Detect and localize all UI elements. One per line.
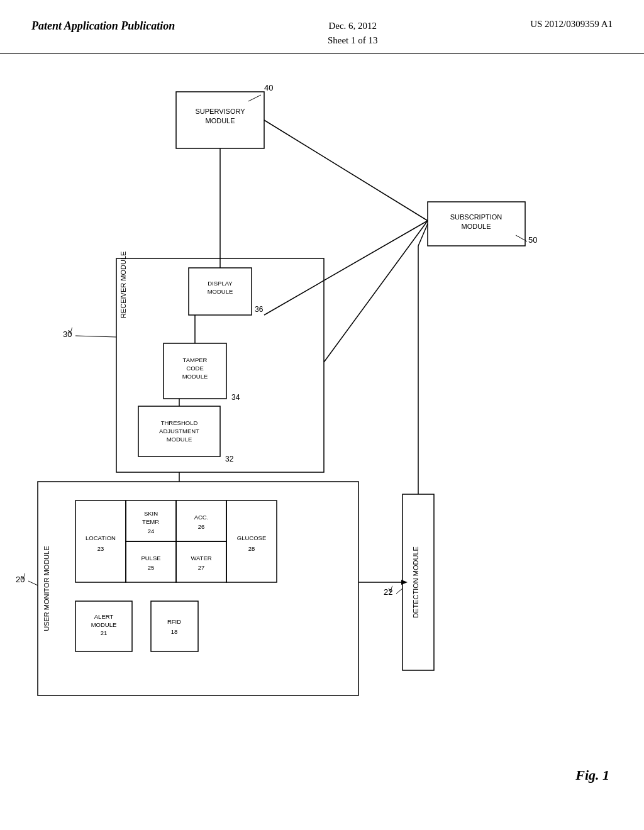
svg-text:MODULE: MODULE [182, 373, 208, 380]
svg-line-70 [324, 221, 428, 362]
svg-text:DISPLAY: DISPLAY [208, 280, 233, 287]
svg-text:ALERT: ALERT [94, 613, 114, 620]
svg-text:23: 23 [97, 545, 104, 552]
svg-text:MODULE: MODULE [461, 223, 491, 230]
svg-rect-50 [126, 541, 176, 582]
publication-date: Dec. 6, 2012 [328, 21, 377, 31]
svg-text:THRESHOLD: THRESHOLD [161, 419, 198, 426]
svg-rect-43 [75, 501, 126, 582]
svg-text:32: 32 [225, 455, 234, 463]
header-date-sheet: Dec. 6, 2012 Sheet 1 of 13 [328, 19, 378, 47]
svg-text:21: 21 [101, 629, 108, 636]
diagram-area: SUPERVISORY MODULE 40 SUBSCRIPTION MODUL… [0, 54, 644, 809]
svg-text:ADJUSTMENT: ADJUSTMENT [159, 428, 199, 434]
svg-text:RFID: RFID [167, 618, 181, 625]
svg-text:27: 27 [198, 564, 205, 571]
svg-text:√: √ [21, 572, 26, 582]
svg-rect-53 [176, 501, 226, 541]
svg-text:SKIN: SKIN [144, 510, 158, 517]
page-header: Patent Application Publication Dec. 6, 2… [0, 0, 644, 54]
svg-text:√: √ [68, 326, 73, 336]
svg-line-9 [264, 120, 428, 221]
svg-text:25: 25 [148, 564, 155, 571]
svg-text:40: 40 [264, 83, 273, 92]
svg-text:18: 18 [171, 628, 178, 635]
svg-text:TEMP.: TEMP. [142, 518, 160, 525]
svg-rect-59 [226, 501, 277, 582]
svg-text:24: 24 [148, 528, 155, 534]
svg-text:MODULE: MODULE [205, 117, 235, 124]
svg-marker-67 [401, 580, 408, 585]
svg-text:CODE: CODE [186, 365, 203, 372]
patent-number: US 2012/0309359 A1 [530, 19, 613, 30]
svg-text:ACC.: ACC. [194, 514, 209, 521]
svg-text:50: 50 [528, 235, 537, 245]
svg-text:26: 26 [198, 523, 205, 530]
svg-text:TAMPER: TAMPER [183, 357, 208, 363]
svg-text:PULSE: PULSE [141, 555, 160, 562]
figure-label: Fig. 1 [575, 767, 609, 783]
svg-text:MODULE: MODULE [167, 436, 192, 443]
sheet-info: Sheet 1 of 13 [328, 35, 378, 45]
svg-text:SUPERVISORY: SUPERVISORY [195, 108, 245, 115]
svg-text:WATER: WATER [191, 555, 211, 562]
svg-rect-56 [176, 541, 226, 582]
svg-text:28: 28 [248, 545, 255, 552]
svg-text:√: √ [388, 585, 393, 594]
svg-text:DETECTION MODULE: DETECTION MODULE [412, 546, 419, 618]
svg-text:USER MONITOR MODULE: USER MONITOR MODULE [43, 546, 50, 631]
svg-text:GLUCOSE: GLUCOSE [237, 534, 266, 541]
svg-text:34: 34 [231, 393, 240, 402]
svg-text:SUBSCRIPTION: SUBSCRIPTION [450, 213, 502, 221]
svg-text:MODULE: MODULE [91, 621, 117, 628]
svg-text:MODULE: MODULE [208, 288, 233, 295]
svg-line-72 [264, 221, 428, 315]
svg-text:LOCATION: LOCATION [86, 534, 116, 541]
patent-diagram: SUPERVISORY MODULE 40 SUBSCRIPTION MODUL… [0, 54, 644, 809]
svg-text:36: 36 [255, 305, 264, 314]
publication-title: Patent Application Publication [31, 19, 175, 33]
svg-rect-40 [151, 601, 198, 651]
svg-text:RECEIVER MODULE: RECEIVER MODULE [119, 252, 127, 318]
